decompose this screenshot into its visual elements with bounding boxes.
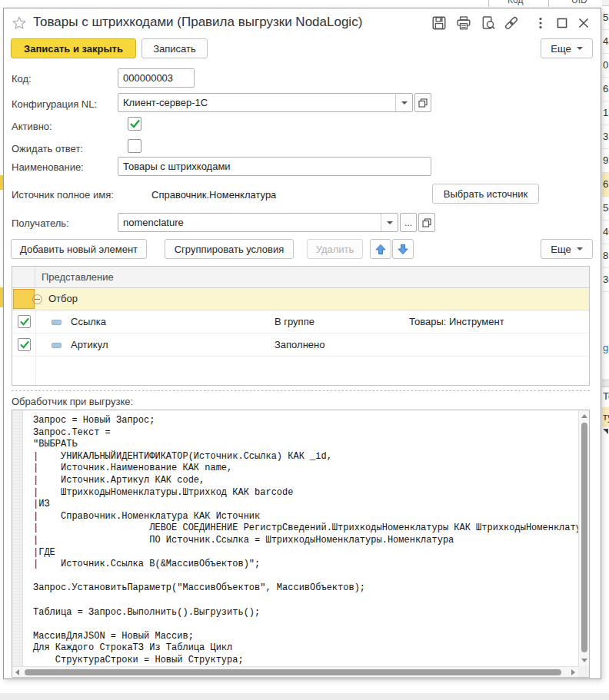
bg-separator-band (602, 380, 609, 387)
filter-condition: Заполнено (275, 339, 324, 350)
save-icon[interactable] (431, 15, 447, 31)
form-window: Товары с штрихкодами (Правила выгрузки N… (3, 8, 601, 679)
code-line: | Справочник.Номенклатура КАК Источник (33, 511, 578, 523)
configuration-label: Конфигурация NL: (12, 98, 97, 110)
move-down-button[interactable] (392, 239, 414, 259)
more-button-filter[interactable]: Еще (541, 239, 593, 259)
receiver-dropdown-button[interactable] (381, 214, 398, 231)
receiver-menu-button[interactable]: ... (400, 213, 417, 232)
bg-uid-row-fragment: 0b (602, 54, 609, 78)
filter-table-header[interactable]: Представление (12, 267, 589, 288)
close-icon[interactable] (576, 15, 591, 31)
filter-table: Представление Отбор Ссылка В группе Това… (12, 266, 590, 386)
code-line: | Источник.Наименование КАК name, (33, 463, 578, 475)
delete-button[interactable]: Удалить (307, 239, 363, 259)
maximize-icon[interactable] (554, 15, 570, 31)
add-element-button[interactable]: Добавить новый элемент (11, 239, 147, 259)
filter-condition: В группе (275, 316, 314, 327)
collapse-minus-icon[interactable] (32, 294, 42, 304)
more-button-filter-label: Еще (551, 244, 571, 255)
row-checkbox[interactable] (18, 315, 31, 328)
bg-hyperlink-fragment[interactable]: gic (603, 342, 609, 353)
print-icon[interactable] (456, 15, 471, 31)
wait-response-label: Ожидать ответ: (12, 143, 83, 154)
code-line: Запрос = Новый Запрос; (33, 415, 578, 427)
code-line: | ЛЕВОЕ СОЕДИНЕНИЕ РегистрСведений.Штрих… (33, 523, 578, 535)
bg-uid-row-fragment: 6a (602, 78, 609, 101)
group-row-marker-cell (13, 289, 35, 309)
name-input[interactable]: Товары с штрихкодами (118, 157, 431, 176)
active-checkbox[interactable] (128, 117, 141, 131)
code-line: Запрос.Текст = (33, 427, 578, 440)
bg-highlighted-row-fragment: ту (602, 407, 609, 427)
bg-bottom-band (0, 693, 609, 700)
name-value: Товары с штрихкодами (123, 161, 231, 172)
filter-group-row[interactable]: Отбор (12, 288, 589, 310)
preview-icon[interactable] (481, 15, 496, 31)
code-line: МассивДляJSON = Новый Массив; (33, 631, 578, 643)
code-line: | Источник.Ссылка В(&МассивОбъектов)"; (33, 559, 578, 571)
scroll-left-icon[interactable] (15, 669, 19, 675)
favorite-star-icon[interactable] (12, 15, 27, 31)
code-line (33, 619, 578, 631)
code-line (33, 595, 578, 607)
bg-column-divider (488, 0, 489, 7)
window-title: Товары с штрихкодами (Правила выгрузки N… (33, 15, 362, 30)
chevron-down-icon (401, 101, 408, 105)
bg-uid-row-fragment: 4a (602, 30, 609, 54)
configuration-open-button[interactable] (414, 93, 431, 112)
arrow-up-icon (375, 244, 386, 255)
code-editor-text[interactable]: Запрос = Новый Запрос;Запрос.Текст ="ВЫБ… (24, 410, 578, 666)
code-line (33, 571, 578, 583)
bg-uid-row-fragment: 12 (602, 101, 609, 125)
wait-response-checkbox[interactable] (128, 139, 141, 153)
checkmark-icon (19, 317, 30, 327)
filter-item-icon (52, 343, 62, 348)
more-button-top-label: Еще (551, 43, 571, 55)
filter-field: Ссылка (71, 316, 106, 327)
bg-uid-row-fragment: 58 (602, 6, 609, 30)
group-conditions-button[interactable]: Сгруппировать условия (165, 239, 294, 259)
more-button-top[interactable]: Еще (541, 38, 593, 58)
horizontal-scrollbar[interactable] (12, 666, 578, 677)
chevron-down-icon (577, 247, 583, 250)
filter-row[interactable]: Артикул Заполнено (12, 333, 589, 357)
code-line: СтруктураСтроки = Новый Структура; (33, 655, 578, 666)
horizontal-scroll-thumb[interactable] (25, 669, 561, 675)
save-button[interactable]: Записать (141, 38, 208, 58)
receiver-open-button[interactable] (418, 213, 435, 232)
code-line: Запрос.УстановитьПараметр("МассивОбъекто… (33, 582, 578, 595)
bg-sort-triangle (603, 429, 608, 434)
bg-uid-row-fragment: 93 (602, 149, 609, 173)
vertical-scroll-thumb[interactable] (581, 423, 587, 652)
bg-uid-row-fragment: 85 (602, 244, 609, 268)
receiver-combobox[interactable]: nomenclature (118, 213, 398, 232)
select-source-button[interactable]: Выбрать источник (432, 184, 539, 204)
scroll-right-icon[interactable] (571, 669, 575, 675)
configuration-value: Клиент-сервер-1С (123, 97, 208, 108)
code-editor-gutter (12, 410, 23, 666)
bg-column-divider (548, 0, 549, 7)
save-and-close-button[interactable]: Записать и закрыть (11, 38, 136, 58)
code-line: |ИЗ (33, 499, 578, 511)
row-checkbox[interactable] (18, 338, 31, 351)
bg-header-kod: Код (508, 0, 523, 5)
arrow-down-icon (398, 244, 408, 255)
vertical-scrollbar[interactable] (578, 410, 589, 666)
receiver-value: nomenclature (123, 217, 184, 228)
code-input[interactable]: 000000003 (118, 68, 195, 88)
link-icon[interactable] (504, 15, 519, 31)
configuration-dropdown-button[interactable] (395, 94, 412, 111)
bg-uid-row-fragment: 5d (602, 197, 609, 221)
code-value: 000000003 (123, 72, 173, 84)
filter-row[interactable]: Ссылка В группе Товары: Инструмент (12, 310, 589, 333)
scroll-down-icon[interactable] (581, 659, 587, 662)
filter-field: Артикул (71, 339, 108, 350)
bg-row-fragment: То (603, 390, 609, 402)
move-up-button[interactable] (370, 239, 391, 259)
scroll-up-icon[interactable] (581, 414, 587, 418)
configuration-combobox[interactable]: Клиент-сервер-1С (118, 93, 413, 112)
more-vert-icon[interactable] (533, 15, 548, 31)
bg-uid-row-fragment: 65 (602, 173, 609, 197)
chevron-down-icon (387, 221, 393, 224)
